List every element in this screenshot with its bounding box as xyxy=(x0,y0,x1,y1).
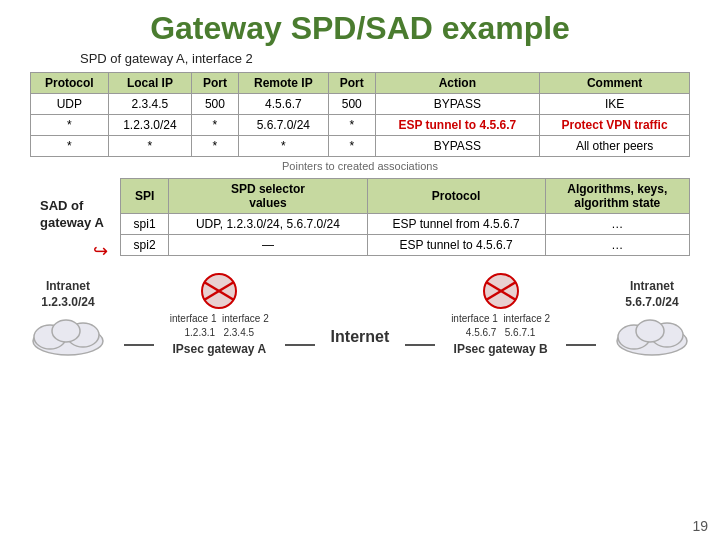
col-port2: Port xyxy=(328,73,375,94)
right-cloud-icon xyxy=(612,311,692,356)
gateway-a-iface-labels: interface 1 interface 2 1.2.3.1 2.3.4.5 xyxy=(170,312,269,340)
gateway-b-name: IPsec gateway B xyxy=(454,342,548,356)
right-cloud-group: Intranet 5.6.7.0/24 xyxy=(612,279,692,356)
spd-protocol: * xyxy=(31,136,109,157)
spd-action: ESP tunnel to 4.5.6.7 xyxy=(375,115,540,136)
sad-selector: UDP, 1.2.3.0/24, 5.6.7.0/24 xyxy=(169,214,368,235)
gateway-b-iface-labels: interface 1 interface 2 4.5.6.7 5.6.7.1 xyxy=(451,312,550,340)
spd-remote-ip: 4.5.6.7 xyxy=(238,94,328,115)
col-port1: Port xyxy=(192,73,239,94)
col-comment: Comment xyxy=(540,73,690,94)
svg-point-3 xyxy=(52,320,80,342)
spd-comment: All other peers xyxy=(540,136,690,157)
spd-protocol: UDP xyxy=(31,94,109,115)
subtitle: SPD of gateway A, interface 2 xyxy=(80,51,720,66)
line4 xyxy=(566,344,596,346)
gateway-a-icon xyxy=(194,272,244,310)
spd-port2: * xyxy=(328,115,375,136)
left-cloud-icon xyxy=(28,311,108,356)
svg-point-13 xyxy=(636,320,664,342)
spd-remote-ip: 5.6.7.0/24 xyxy=(238,115,328,136)
sad-col-selector: SPD selectorvalues xyxy=(169,179,368,214)
line3 xyxy=(405,344,435,346)
gateway-b-group: interface 1 interface 2 4.5.6.7 5.6.7.1 … xyxy=(451,272,550,356)
sad-algo: … xyxy=(545,235,689,256)
spd-comment: IKE xyxy=(540,94,690,115)
sad-protocol: ESP tunnel to 4.5.6.7 xyxy=(367,235,545,256)
left-cloud-label1: Intranet xyxy=(46,279,90,293)
page-title: Gateway SPD/SAD example xyxy=(0,0,720,51)
gateway-a-name: IPsec gateway A xyxy=(172,342,266,356)
col-action: Action xyxy=(375,73,540,94)
spd-local-ip: 2.3.4.5 xyxy=(108,94,192,115)
line2 xyxy=(285,344,315,346)
sad-selector: — xyxy=(169,235,368,256)
left-cloud-label2: 1.2.3.0/24 xyxy=(41,295,94,309)
spd-protocol: * xyxy=(31,115,109,136)
right-cloud-label1: Intranet xyxy=(630,279,674,293)
col-remote-ip: Remote IP xyxy=(238,73,328,94)
spd-row-1: *1.2.3.0/24*5.6.7.0/24*ESP tunnel to 4.5… xyxy=(31,115,690,136)
gateway-a-group: interface 1 interface 2 1.2.3.1 2.3.4.5 … xyxy=(170,272,269,356)
left-cloud-group: Intranet 1.2.3.0/24 xyxy=(28,279,108,356)
pointers-note: Pointers to created associations xyxy=(0,160,720,172)
sad-row-0: spi1UDP, 1.2.3.0/24, 5.6.7.0/24ESP tunne… xyxy=(121,214,690,235)
page-number: 19 xyxy=(692,518,708,534)
bottom-diagram: Intranet 1.2.3.0/24 interface 1 interfac… xyxy=(20,272,700,356)
sad-row-1: spi2—ESP tunnel to 4.5.6.7… xyxy=(121,235,690,256)
sad-col-algo: Algorithms, keys,algorithm state xyxy=(545,179,689,214)
spd-action: BYPASS xyxy=(375,136,540,157)
spd-row-2: *****BYPASSAll other peers xyxy=(31,136,690,157)
sad-protocol: ESP tunnel from 4.5.6.7 xyxy=(367,214,545,235)
internet-label: Internet xyxy=(331,328,390,346)
spd-port1: 500 xyxy=(192,94,239,115)
spd-comment: Protect VPN traffic xyxy=(540,115,690,136)
spd-remote-ip: * xyxy=(238,136,328,157)
sad-spi: spi1 xyxy=(121,214,169,235)
spd-port2: * xyxy=(328,136,375,157)
sad-algo: … xyxy=(545,214,689,235)
sad-col-spi: SPI xyxy=(121,179,169,214)
spd-port1: * xyxy=(192,136,239,157)
sad-arrow-icon: ↪ xyxy=(93,240,108,262)
sad-col-protocol: Protocol xyxy=(367,179,545,214)
spd-port2: 500 xyxy=(328,94,375,115)
spd-local-ip: 1.2.3.0/24 xyxy=(108,115,192,136)
col-protocol: Protocol xyxy=(31,73,109,94)
sad-table: SPI SPD selectorvalues Protocol Algorith… xyxy=(120,178,690,256)
spd-local-ip: * xyxy=(108,136,192,157)
spd-port1: * xyxy=(192,115,239,136)
spd-action: BYPASS xyxy=(375,94,540,115)
gateway-b-icon xyxy=(476,272,526,310)
col-local-ip: Local IP xyxy=(108,73,192,94)
right-cloud-label2: 5.6.7.0/24 xyxy=(625,295,678,309)
sad-section: SAD ofgateway A ↪ SPI SPD selectorvalues… xyxy=(30,178,690,262)
spd-table: Protocol Local IP Port Remote IP Port Ac… xyxy=(30,72,690,157)
line1 xyxy=(124,344,154,346)
sad-label: SAD ofgateway A xyxy=(40,178,110,232)
sad-spi: spi2 xyxy=(121,235,169,256)
spd-row-0: UDP2.3.4.55004.5.6.7500BYPASSIKE xyxy=(31,94,690,115)
